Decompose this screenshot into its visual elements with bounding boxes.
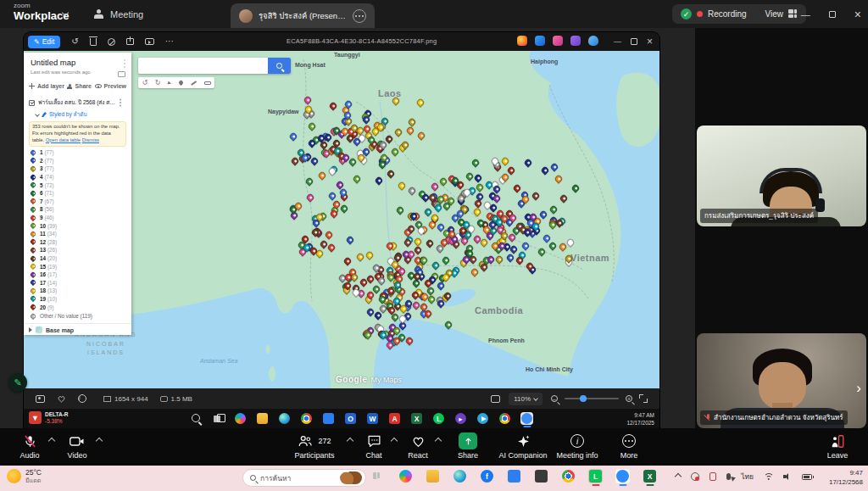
legend-item[interactable]: 7(67): [31, 198, 125, 206]
legend-item[interactable]: 11(34): [31, 230, 125, 238]
legend-item[interactable]: 4(74): [31, 173, 125, 181]
fit-to-window-icon[interactable]: [491, 395, 500, 403]
taskbar-icon-chrome-profile[interactable]: [498, 412, 511, 425]
rotate-icon[interactable]: ↺: [71, 37, 78, 46]
minimize-button[interactable]: —: [801, 9, 810, 20]
delete-icon[interactable]: [90, 38, 97, 46]
taskbar-icon-file-explorer[interactable]: [426, 469, 440, 483]
tray-mic-icon[interactable]: [726, 473, 731, 480]
app-blue-icon[interactable]: [535, 36, 545, 46]
map-pin[interactable]: [386, 170, 395, 179]
taskbar-icon-task-view[interactable]: [212, 412, 225, 425]
view-button[interactable]: View: [765, 9, 784, 19]
map-pin[interactable]: [549, 162, 559, 171]
zoom-in-icon[interactable]: +: [626, 395, 632, 402]
map-pin[interactable]: [328, 191, 337, 200]
share-map-button[interactable]: Share: [67, 83, 91, 89]
legend-item[interactable]: 8(56): [31, 205, 125, 214]
volume-icon[interactable]: [783, 473, 792, 481]
video-button[interactable]: Video: [58, 432, 97, 460]
app-purple-icon[interactable]: [570, 36, 581, 46]
taskbar-icon-word[interactable]: W: [366, 412, 379, 425]
taskbar-icon-acrobat[interactable]: A: [388, 412, 401, 425]
layer-checkbox[interactable]: [29, 100, 35, 106]
open-data-table-link[interactable]: Open data table: [46, 137, 81, 142]
view-layout-icon[interactable]: [788, 9, 798, 19]
map-pin[interactable]: [305, 192, 314, 202]
stock-widget[interactable]: ▼ DELTA-R -5.38%: [29, 411, 69, 425]
map-select-icon[interactable]: [168, 81, 172, 85]
tab-meeting[interactable]: Meeting: [85, 0, 152, 28]
viewer-maximize-button[interactable]: [631, 38, 637, 45]
legend-item[interactable]: 14(20): [31, 254, 125, 263]
legend-item[interactable]: 17(14): [31, 279, 125, 287]
taskbar-icon-edge[interactable]: [453, 469, 467, 483]
legend-other-row[interactable]: Other / No value (119): [31, 313, 92, 319]
map-pin[interactable]: [570, 183, 580, 192]
legend-item[interactable]: 13(26): [31, 246, 125, 254]
taskbar-icon-outlook[interactable]: O: [344, 412, 357, 425]
legend-item[interactable]: 20(9): [31, 303, 125, 311]
firefox-icon[interactable]: [517, 36, 527, 46]
map-pin[interactable]: [324, 231, 333, 240]
tray-clipboard-icon[interactable]: [709, 472, 716, 481]
legend-item[interactable]: 6(71): [31, 189, 125, 198]
legend-item[interactable]: 9(46): [31, 214, 125, 222]
map-pin[interactable]: [395, 206, 404, 215]
collapse-chevron-icon[interactable]: [35, 112, 40, 117]
map-pin[interactable]: [415, 98, 425, 107]
map-search-box[interactable]: [138, 58, 291, 74]
taskbar-icon-file-explorer[interactable]: [256, 412, 269, 425]
map-pin[interactable]: [505, 254, 515, 263]
map-draw-line-icon[interactable]: [191, 81, 197, 85]
map-pin[interactable]: [472, 207, 481, 216]
map-pin[interactable]: [307, 121, 316, 131]
styled-by-row[interactable]: Styled by ลำดับ: [36, 110, 87, 119]
taskbar-icon-edge[interactable]: [278, 412, 291, 425]
zoom-out-icon[interactable]: –: [551, 395, 558, 402]
map-pin[interactable]: [540, 165, 549, 175]
map-pin[interactable]: [470, 267, 479, 276]
participant-video-1[interactable]: กรมส่งเสริมการเกษตร_รุจสิริ ประสงค์: [697, 126, 866, 226]
map-pin[interactable]: [470, 158, 480, 167]
taskbar-icon-search[interactable]: [190, 412, 203, 425]
taskbar-icon-line[interactable]: L: [588, 469, 603, 483]
map-pin[interactable]: [523, 159, 532, 168]
taskbar-icon-chrome[interactable]: [300, 412, 313, 425]
viewer-close-button[interactable]: ×: [647, 36, 653, 47]
map-pin[interactable]: [565, 237, 575, 247]
map-pin[interactable]: [442, 256, 451, 265]
taskbar-icon-photos[interactable]: [520, 412, 533, 425]
zoom-slider-handle[interactable]: [580, 395, 587, 402]
map-measure-icon[interactable]: [204, 81, 211, 85]
chat-chevron[interactable]: [391, 438, 398, 444]
map-title[interactable]: Untitled map: [31, 58, 75, 67]
map-pin[interactable]: [520, 242, 530, 251]
legend-item[interactable]: 12(28): [31, 238, 125, 247]
map-pin[interactable]: [328, 102, 337, 111]
legend-item[interactable]: 1(77): [31, 148, 125, 157]
legend-item[interactable]: 2(77): [31, 157, 125, 165]
map-pin[interactable]: [549, 204, 559, 214]
base-map-row[interactable]: Base map: [29, 326, 74, 333]
map-pin[interactable]: [539, 209, 548, 219]
participant-video-2[interactable]: สำนักงานเกษตรอำเภอลำดวน จังหวัดสุรินทร์: [697, 333, 866, 428]
map-pin[interactable]: [480, 263, 489, 272]
taskbar-icon-media-player[interactable]: ▸: [454, 412, 467, 425]
app-pink-icon[interactable]: [553, 36, 563, 46]
layer-kebab-icon[interactable]: [120, 99, 122, 107]
map-pin[interactable]: [326, 243, 336, 253]
map-pin[interactable]: [473, 173, 482, 182]
map-pin[interactable]: [548, 241, 557, 250]
legend-item[interactable]: 10(39): [31, 221, 125, 230]
map-pin[interactable]: [305, 176, 314, 186]
participants-button[interactable]: 272 Participants: [280, 432, 349, 460]
weather-widget[interactable]: 25°C มีแดด: [7, 468, 42, 483]
map-pin[interactable]: [365, 251, 375, 260]
zoom-level-dropdown[interactable]: 110%: [509, 393, 542, 405]
camera-icon[interactable]: [118, 71, 125, 77]
map-pin[interactable]: [513, 183, 522, 192]
audio-options-chevron[interactable]: [48, 438, 55, 444]
map-pin[interactable]: [476, 182, 485, 192]
chat-button[interactable]: Chat: [356, 432, 392, 460]
